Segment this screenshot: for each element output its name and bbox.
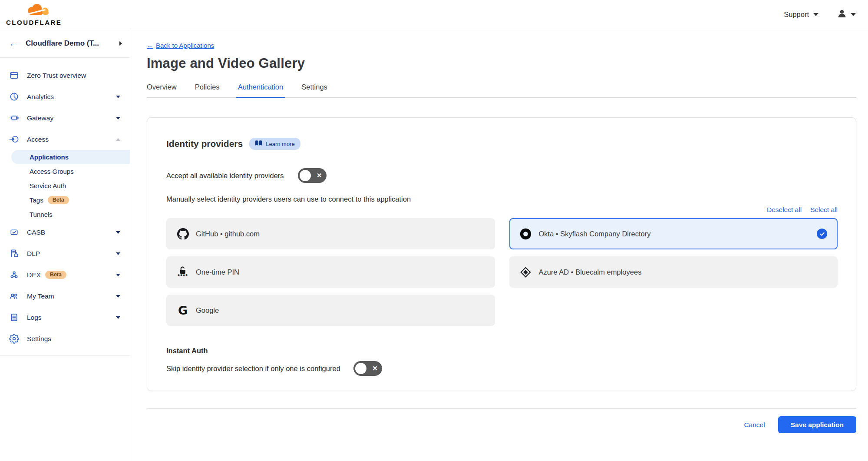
select-all-link[interactable]: Select all bbox=[810, 206, 838, 214]
back-link-label: Back to Applications bbox=[156, 42, 214, 49]
beta-badge: Beta bbox=[45, 271, 66, 279]
tab-settings[interactable]: Settings bbox=[301, 83, 327, 97]
tab-policies[interactable]: Policies bbox=[195, 83, 220, 97]
provider-tile-github[interactable]: GitHub • github.com bbox=[166, 218, 495, 249]
sidebar-item-dex[interactable]: DEX Beta bbox=[0, 264, 130, 285]
sidebar-item-label: DLP bbox=[27, 250, 40, 258]
card-heading: Identity providers bbox=[166, 139, 243, 149]
team-people-icon bbox=[9, 291, 19, 302]
logs-document-icon bbox=[9, 312, 19, 323]
tab-overview[interactable]: Overview bbox=[147, 83, 177, 97]
beta-badge: Beta bbox=[48, 196, 69, 205]
sidebar-subitem-service-auth[interactable]: Service Auth bbox=[0, 179, 130, 193]
analytics-pie-icon bbox=[9, 92, 19, 102]
sidebar-subitem-tunnels[interactable]: Tunnels bbox=[0, 207, 130, 222]
account-menu[interactable] bbox=[837, 8, 856, 20]
brand-wordmark: CLOUDFLARE bbox=[6, 19, 65, 26]
toggle-x-icon: ✕ bbox=[317, 172, 322, 179]
cloudflare-cloud-icon bbox=[24, 3, 65, 19]
sidebar-item-dlp[interactable]: DLP bbox=[0, 243, 130, 264]
provider-tile-azure-ad[interactable]: Azure AD • Bluecalm employees bbox=[509, 256, 838, 288]
provider-label: Okta • Skyflash Company Directory bbox=[539, 230, 651, 238]
deselect-all-link[interactable]: Deselect all bbox=[767, 206, 802, 214]
sidebar-subitem-label: Tags bbox=[30, 196, 43, 204]
support-menu[interactable]: Support bbox=[784, 10, 818, 19]
learn-more-label: Learn more bbox=[266, 141, 294, 147]
account-switcher[interactable]: ← Cloudflare Demo (T... bbox=[0, 29, 130, 58]
book-icon bbox=[255, 140, 262, 148]
sidebar-subitem-access-groups[interactable]: Access Groups bbox=[0, 164, 130, 179]
back-arrow-icon: ← bbox=[9, 38, 19, 48]
azure-ad-icon bbox=[520, 266, 532, 278]
access-login-icon bbox=[9, 134, 19, 145]
google-icon: G bbox=[177, 305, 189, 316]
learn-more-badge[interactable]: Learn more bbox=[249, 138, 300, 150]
sidebar-item-label: Settings bbox=[27, 335, 51, 343]
provider-label: Google bbox=[196, 306, 219, 315]
sidebar-subitem-applications[interactable]: Applications bbox=[11, 150, 130, 164]
accept-all-label: Accept all available identity providers bbox=[166, 172, 284, 180]
chevron-down-icon bbox=[116, 96, 120, 98]
toggle-x-icon: ✕ bbox=[372, 365, 378, 371]
instant-auth-toggle[interactable]: ✕ bbox=[353, 361, 382, 376]
sidebar-item-label: Access bbox=[27, 136, 49, 143]
chevron-down-icon bbox=[116, 117, 120, 119]
support-label: Support bbox=[784, 10, 809, 19]
chevron-right-icon bbox=[119, 41, 122, 46]
chevron-down-icon bbox=[116, 252, 120, 255]
chevron-down-icon bbox=[116, 316, 120, 319]
gear-icon bbox=[9, 334, 19, 344]
sidebar-item-analytics[interactable]: Analytics bbox=[0, 86, 130, 107]
chevron-down-icon bbox=[116, 231, 120, 234]
provider-tile-google[interactable]: G Google bbox=[166, 295, 495, 326]
sidebar-item-logs[interactable]: Logs bbox=[0, 307, 130, 328]
back-to-applications-link[interactable]: ← Back to Applications bbox=[147, 42, 214, 49]
sidebar-item-zero-trust-overview[interactable]: Zero Trust overview bbox=[0, 65, 130, 86]
sidebar-item-label: My Team bbox=[27, 292, 54, 300]
sidebar-item-label: Logs bbox=[27, 314, 42, 322]
chevron-down-icon bbox=[116, 295, 120, 298]
pin-stars: **** bbox=[178, 275, 188, 278]
chevron-down-icon bbox=[851, 13, 856, 16]
sidebar-item-label: Gateway bbox=[27, 114, 53, 122]
casb-check-box-icon bbox=[9, 227, 19, 238]
cancel-button[interactable]: Cancel bbox=[744, 421, 765, 429]
instant-auth-heading: Instant Auth bbox=[166, 347, 838, 355]
sidebar-subitem-label: Tunnels bbox=[30, 211, 53, 218]
manual-select-text: Manually select identity providers users… bbox=[166, 195, 838, 203]
cloudflare-logo[interactable]: CLOUDFLARE bbox=[6, 3, 65, 26]
tab-authentication[interactable]: Authentication bbox=[238, 83, 284, 97]
overview-window-icon bbox=[9, 70, 19, 81]
user-icon bbox=[837, 8, 847, 20]
provider-label: One-time PIN bbox=[196, 268, 239, 276]
sidebar-item-access[interactable]: Access bbox=[0, 129, 130, 150]
sidebar-item-casb[interactable]: CASB bbox=[0, 222, 130, 243]
sidebar-item-settings[interactable]: Settings bbox=[0, 328, 130, 349]
gateway-icon bbox=[9, 113, 19, 123]
identity-providers-card: Identity providers Learn more Accept all… bbox=[147, 117, 856, 391]
chevron-down-icon bbox=[813, 13, 818, 16]
sidebar-subitem-tags[interactable]: Tags Beta bbox=[0, 193, 130, 207]
okta-icon bbox=[520, 228, 532, 240]
toggle-knob bbox=[355, 363, 366, 374]
sidebar-item-label: Analytics bbox=[27, 93, 54, 101]
accept-all-toggle[interactable]: ✕ bbox=[298, 168, 327, 183]
github-icon bbox=[177, 228, 189, 240]
selected-check-icon bbox=[817, 229, 827, 239]
toggle-knob bbox=[300, 170, 311, 181]
chevron-up-icon bbox=[116, 138, 120, 141]
provider-label: GitHub • github.com bbox=[196, 230, 260, 238]
provider-grid: GitHub • github.com Okta • Skyflash Comp… bbox=[166, 218, 838, 326]
sidebar-item-gateway[interactable]: Gateway bbox=[0, 107, 130, 129]
back-arrow-icon: ← bbox=[147, 42, 153, 49]
sidebar-item-label: DEX bbox=[27, 271, 41, 279]
provider-tile-okta[interactable]: Okta • Skyflash Company Directory bbox=[509, 218, 838, 249]
save-application-button[interactable]: Save application bbox=[778, 416, 856, 433]
account-name: Cloudflare Demo (T... bbox=[26, 39, 112, 48]
sidebar: ← Cloudflare Demo (T... Zero Trust overv… bbox=[0, 29, 130, 461]
main-content: ← Back to Applications Image and Video G… bbox=[130, 29, 868, 461]
page-title: Image and Video Gallery bbox=[147, 56, 856, 71]
provider-tile-one-time-pin[interactable]: **** One-time PIN bbox=[166, 256, 495, 288]
dlp-document-lock-icon bbox=[9, 249, 19, 259]
sidebar-item-my-team[interactable]: My Team bbox=[0, 285, 130, 307]
